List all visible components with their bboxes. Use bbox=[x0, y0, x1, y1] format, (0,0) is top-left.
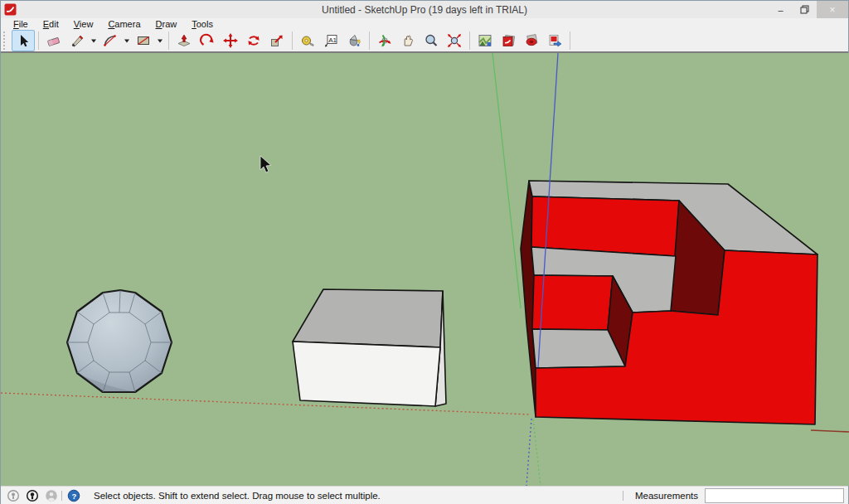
credit-pin-icon bbox=[26, 489, 39, 502]
line-tool-button[interactable] bbox=[65, 30, 89, 51]
paint-bucket-icon bbox=[346, 32, 362, 49]
white-box[interactable] bbox=[293, 289, 446, 406]
statusbar-divider bbox=[61, 491, 62, 501]
eraser-tool-button[interactable] bbox=[42, 30, 65, 51]
status-bar: ? Select objects. Shift to extend select… bbox=[1, 486, 848, 504]
help-question-icon: ? bbox=[67, 489, 80, 502]
push-pull-tool-button[interactable] bbox=[172, 30, 196, 51]
getting-started-toolbar: A1 bbox=[1, 29, 848, 53]
arc-icon bbox=[102, 32, 119, 49]
rectangle-tool-button[interactable] bbox=[132, 30, 155, 51]
toolbar-separator bbox=[168, 32, 169, 50]
chevron-down-icon bbox=[123, 36, 131, 45]
toolbar-separator bbox=[38, 32, 39, 50]
faceted-sphere[interactable] bbox=[67, 290, 172, 392]
rectangle-icon bbox=[135, 32, 152, 49]
paint-bucket-tool-button[interactable] bbox=[342, 30, 366, 51]
menu-tools[interactable]: Tools bbox=[184, 19, 221, 29]
geolocation-status-button[interactable] bbox=[7, 489, 20, 502]
red-axis-positive[interactable] bbox=[811, 430, 849, 432]
menu-bar: File Edit View Camera Draw Tools bbox=[1, 18, 848, 29]
toolbar-grip[interactable] bbox=[3, 32, 8, 50]
modeling-viewport[interactable] bbox=[1, 53, 849, 486]
follow-me-icon bbox=[199, 32, 216, 49]
rectangle-tool-dropdown[interactable] bbox=[155, 31, 165, 51]
sign-in-button[interactable] bbox=[45, 489, 58, 502]
green-axis-negative[interactable] bbox=[533, 419, 541, 486]
toolbar-separator bbox=[469, 32, 470, 50]
tape-measure-icon bbox=[299, 32, 316, 49]
orbit-tool-button[interactable] bbox=[373, 30, 396, 51]
statusbar-divider bbox=[623, 491, 623, 501]
measurements-label: Measurements bbox=[635, 491, 698, 501]
toolbar-separator bbox=[570, 32, 570, 50]
stepped-block-middle-riser[interactable] bbox=[532, 275, 613, 330]
pan-hand-icon bbox=[400, 32, 416, 49]
close-button[interactable]: × bbox=[817, 1, 848, 18]
arc-tool-button[interactable] bbox=[99, 30, 122, 51]
zoom-magnifier-icon bbox=[423, 32, 439, 49]
select-arrow-icon bbox=[15, 32, 32, 49]
viewport-canvas[interactable] bbox=[1, 53, 849, 486]
scale-icon bbox=[269, 32, 285, 49]
move-tool-button[interactable] bbox=[219, 30, 242, 51]
zoom-tool-button[interactable] bbox=[420, 30, 443, 51]
scale-tool-button[interactable] bbox=[265, 30, 289, 51]
follow-me-tool-button[interactable] bbox=[196, 30, 219, 51]
blue-axis-negative[interactable] bbox=[526, 419, 531, 486]
send-to-layout-icon bbox=[546, 32, 563, 49]
get-models-button[interactable] bbox=[497, 30, 520, 51]
menu-file[interactable]: File bbox=[6, 19, 36, 29]
menu-draw[interactable]: Draw bbox=[148, 19, 185, 29]
share-model-icon bbox=[523, 32, 540, 49]
rotate-tool-button[interactable] bbox=[242, 30, 265, 51]
eraser-icon bbox=[46, 32, 62, 49]
white-box-top-face[interactable] bbox=[293, 289, 443, 347]
mouse-cursor-arrow bbox=[260, 156, 271, 172]
green-axis-positive[interactable] bbox=[492, 53, 521, 308]
red-stepped-block[interactable] bbox=[521, 181, 817, 424]
toolbar-separator bbox=[369, 32, 370, 50]
pan-tool-button[interactable] bbox=[396, 30, 420, 51]
geolocation-icon bbox=[7, 489, 20, 502]
add-location-button[interactable] bbox=[473, 30, 497, 51]
select-tool-button[interactable] bbox=[12, 30, 35, 51]
red-axis-negative[interactable] bbox=[1, 393, 530, 414]
text-tool-button[interactable]: A1 bbox=[319, 30, 342, 51]
menu-camera[interactable]: Camera bbox=[100, 19, 148, 29]
title-bar: Untitled - SketchUp Pro (19 days left in… bbox=[1, 1, 848, 18]
rotate-icon bbox=[245, 32, 262, 49]
toolbar-separator bbox=[292, 32, 293, 50]
svg-text:?: ? bbox=[71, 492, 76, 501]
white-box-front-face[interactable] bbox=[293, 342, 440, 406]
pencil-icon bbox=[69, 32, 85, 49]
chevron-down-icon bbox=[90, 36, 98, 45]
claim-credit-button[interactable] bbox=[26, 489, 39, 502]
line-tool-dropdown[interactable] bbox=[89, 31, 99, 51]
tape-measure-tool-button[interactable] bbox=[296, 30, 319, 51]
restore-icon bbox=[799, 4, 810, 15]
arc-tool-dropdown[interactable] bbox=[122, 31, 132, 51]
status-hint-text: Select objects. Shift to extend select. … bbox=[94, 491, 619, 501]
stepped-block-upper-riser[interactable] bbox=[531, 196, 679, 256]
user-icon bbox=[45, 489, 58, 502]
measurements-input[interactable] bbox=[705, 488, 844, 503]
window-title: Untitled - SketchUp Pro (19 days left in… bbox=[1, 4, 848, 16]
push-pull-icon bbox=[176, 32, 192, 49]
menu-view[interactable]: View bbox=[66, 19, 101, 29]
add-location-map-icon bbox=[477, 32, 493, 49]
sketchup-window: Untitled - SketchUp Pro (19 days left in… bbox=[0, 0, 849, 504]
minimize-button[interactable]: – bbox=[769, 1, 793, 18]
move-icon bbox=[222, 32, 239, 49]
menu-edit[interactable]: Edit bbox=[36, 19, 66, 29]
zoom-extents-tool-button[interactable] bbox=[443, 30, 466, 51]
chevron-down-icon bbox=[156, 36, 164, 45]
orbit-icon bbox=[376, 32, 393, 49]
zoom-extents-icon bbox=[446, 32, 463, 49]
text-icon: A1 bbox=[323, 32, 339, 49]
share-model-button[interactable] bbox=[520, 30, 543, 51]
send-to-layout-button[interactable] bbox=[543, 30, 566, 51]
help-button[interactable]: ? bbox=[67, 489, 80, 502]
svg-text:A1: A1 bbox=[328, 36, 337, 43]
restore-button[interactable] bbox=[793, 1, 817, 18]
